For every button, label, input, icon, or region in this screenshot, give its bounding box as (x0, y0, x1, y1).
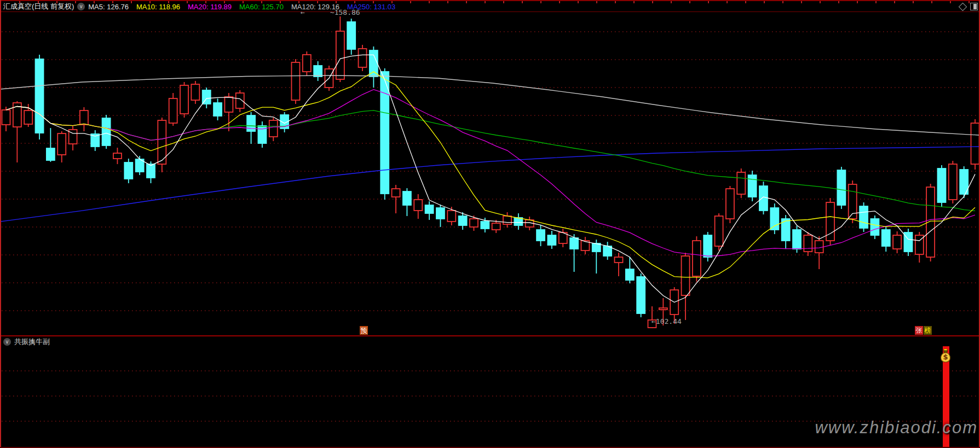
watermark: www.zhibiaodi.com (783, 418, 978, 438)
money-bag-icon: $ (938, 349, 953, 366)
split-screen-icon[interactable] (970, 3, 978, 10)
signal-badge-yu: 预 (360, 326, 368, 335)
chevron-down-icon[interactable]: ∨ (77, 3, 85, 10)
chevron-down-icon[interactable]: ∨ (3, 338, 11, 346)
high-price-label: ←~158.86 (301, 8, 360, 16)
window-border-top (0, 0, 980, 1)
diamond-icon[interactable] (959, 2, 967, 11)
window-border-left (0, 0, 1, 448)
ma-label-ma10: MA10: 118.96 (136, 3, 180, 11)
low-price-label: ←102.44 (652, 317, 682, 325)
main-chart-canvas[interactable] (1, 12, 979, 335)
subpanel-indicator-label: 共振擒牛副 (14, 337, 50, 347)
header-window-icons (960, 3, 978, 10)
svg-text:$: $ (943, 353, 948, 361)
stock-title: 汇成真空(日线 前复权) (3, 2, 74, 11)
left-arrow-icon: ← (301, 8, 305, 16)
signal-badge-zhang: 张 (915, 326, 923, 335)
ma-label-ma60: MA60: 125.70 (239, 3, 284, 11)
subpanel-header: ∨ 共振擒牛副 (3, 337, 50, 347)
ma-label-ma20: MA20: 119.89 (188, 3, 232, 11)
header-separator (1, 11, 979, 12)
stock-chart-window: 汇成真空(日线 前复权) ∨ MA5: 126.76MA10: 118.96MA… (0, 0, 980, 448)
signal-badge-bang: 榜 (924, 326, 932, 335)
ma-label-ma5: MA5: 126.76 (88, 3, 129, 11)
panel-separator[interactable] (1, 335, 979, 336)
